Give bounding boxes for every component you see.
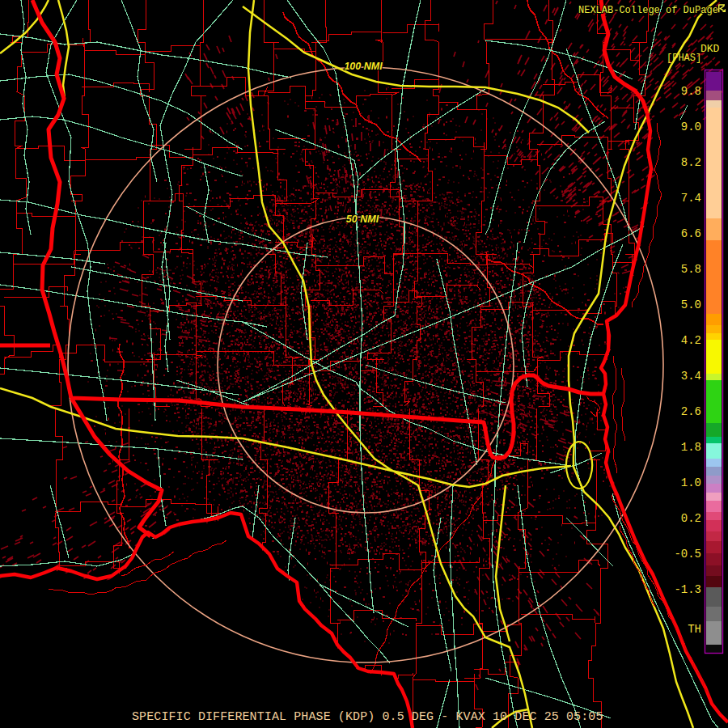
svg-text:50 NMI: 50 NMI — [346, 214, 379, 225]
svg-text:0.2: 0.2 — [681, 512, 701, 525]
svg-text:DKD: DKD — [700, 43, 720, 55]
svg-text:-1.3: -1.3 — [674, 583, 701, 596]
svg-text:5.0: 5.0 — [681, 298, 701, 311]
svg-text:4.2: 4.2 — [681, 334, 701, 347]
svg-text:9.0: 9.0 — [681, 121, 701, 133]
svg-text:100 NMI: 100 NMI — [344, 61, 383, 72]
svg-text:6.6: 6.6 — [681, 227, 701, 240]
svg-text:3.4: 3.4 — [681, 370, 701, 383]
svg-text:[PHAS]: [PHAS] — [667, 53, 701, 64]
svg-text:SPECIFIC DIFFERENTIAL PHASE (K: SPECIFIC DIFFERENTIAL PHASE (KDP) 0.5 DE… — [132, 710, 603, 724]
svg-text:TH: TH — [688, 623, 701, 636]
svg-text:9.8: 9.8 — [681, 85, 701, 98]
svg-text:8.2: 8.2 — [681, 156, 701, 169]
svg-text:NEXLAB-College of DuPage: NEXLAB-College of DuPage — [578, 5, 718, 16]
svg-text:1.8: 1.8 — [681, 441, 701, 454]
svg-text:1.0: 1.0 — [681, 476, 701, 489]
svg-text:5.8: 5.8 — [681, 263, 701, 276]
svg-text:7.4: 7.4 — [681, 192, 701, 205]
svg-text:2.6: 2.6 — [681, 405, 701, 418]
svg-text:-0.5: -0.5 — [674, 548, 701, 561]
